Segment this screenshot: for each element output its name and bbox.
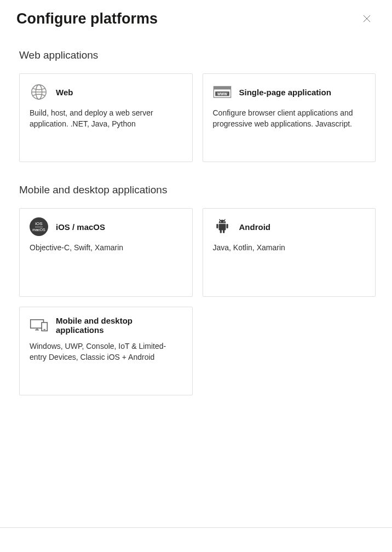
globe-icon <box>30 83 48 101</box>
content-area: Web applications Web Build, host, and de… <box>0 27 392 395</box>
panel-header: Configure platforms <box>0 0 392 27</box>
card-description: Java, Kotlin, Xamarin <box>213 243 366 254</box>
svg-rect-13 <box>218 224 226 231</box>
mobile-card-grid: iOS macOS iOS / macOS Objective-C, Swift… <box>19 208 376 395</box>
android-icon <box>213 217 232 236</box>
close-button[interactable] <box>358 10 376 27</box>
card-title: Single-page application <box>239 88 331 97</box>
card-description: Objective-C, Swift, Xamarin <box>30 243 182 254</box>
svg-rect-14 <box>216 224 218 229</box>
svg-point-12 <box>223 221 224 222</box>
page-title: Configure platforms <box>16 10 158 27</box>
platform-card-ios[interactable]: iOS macOS iOS / macOS Objective-C, Swift… <box>19 208 193 297</box>
svg-text:WWW: WWW <box>217 92 227 96</box>
close-icon <box>363 15 371 22</box>
platform-card-spa[interactable]: WWW Single-page application Configure br… <box>203 73 376 162</box>
section-heading-web: Web applications <box>19 49 376 61</box>
section-heading-mobile: Mobile and desktop applications <box>19 184 376 196</box>
card-header: iOS macOS iOS / macOS <box>30 217 182 236</box>
card-header: Web <box>30 83 182 101</box>
card-title: Web <box>56 88 73 97</box>
card-title: iOS / macOS <box>56 222 105 232</box>
card-title: Mobile and desktop applications <box>56 316 182 335</box>
svg-rect-17 <box>223 229 224 233</box>
card-header: Android <box>213 217 366 236</box>
desktop-mobile-icon <box>30 316 48 335</box>
platform-card-android[interactable]: Android Java, Kotlin, Xamarin <box>203 208 376 297</box>
svg-rect-16 <box>220 229 221 233</box>
card-description: Build, host, and deploy a web server app… <box>30 108 182 129</box>
svg-rect-15 <box>226 224 228 229</box>
card-header: WWW Single-page application <box>213 83 366 101</box>
svg-point-11 <box>220 221 221 222</box>
card-description: Windows, UWP, Console, IoT & Limited-ent… <box>30 341 182 363</box>
platform-card-desktop[interactable]: Mobile and desktop applications Windows,… <box>19 307 193 395</box>
svg-rect-6 <box>214 87 230 90</box>
web-card-grid: Web Build, host, and deploy a web server… <box>19 73 376 162</box>
platform-card-web[interactable]: Web Build, host, and deploy a web server… <box>19 73 193 162</box>
card-title: Android <box>239 222 271 232</box>
card-description: Configure browser client applications an… <box>213 108 366 129</box>
card-header: Mobile and desktop applications <box>30 316 182 335</box>
ios-macos-icon: iOS macOS <box>30 217 48 236</box>
footer-divider <box>0 527 392 528</box>
browser-www-icon: WWW <box>213 83 232 101</box>
